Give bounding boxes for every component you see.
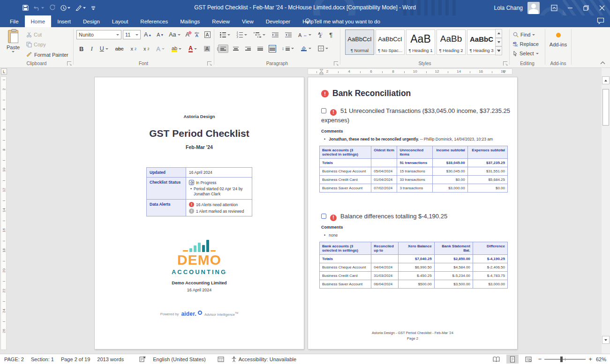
style--heading-2[interactable]: AaBb¶ Heading 2 bbox=[437, 30, 466, 55]
indent-markers-icon[interactable] bbox=[319, 69, 324, 75]
cut-button[interactable]: Cut bbox=[24, 31, 44, 38]
scrollbar-thumb[interactable] bbox=[602, 89, 609, 126]
justify-button[interactable] bbox=[256, 45, 265, 52]
tab-file[interactable]: File bbox=[4, 15, 25, 27]
macro-recording-icon[interactable] bbox=[218, 357, 224, 362]
tab-stop-selector[interactable]: L bbox=[1, 68, 7, 74]
font-color-button[interactable]: A bbox=[187, 44, 199, 53]
copy-button[interactable]: Copy bbox=[24, 41, 48, 48]
styles-gallery-more-icon[interactable] bbox=[495, 46, 502, 55]
status-section[interactable]: Section: 1 bbox=[31, 357, 54, 362]
document-page-1[interactable]: Astoria Design GST Period Checklist Feb-… bbox=[95, 77, 304, 349]
borders-button[interactable] bbox=[316, 45, 330, 52]
ribbon-display-options-icon[interactable] bbox=[546, 0, 562, 15]
tab-view[interactable]: View bbox=[236, 15, 260, 27]
subscript-button[interactable]: x2 bbox=[129, 45, 138, 52]
show-formatting-marks-button[interactable]: ¶ bbox=[327, 30, 334, 39]
tab-home[interactable]: Home bbox=[25, 15, 52, 27]
character-border-button[interactable]: A bbox=[203, 30, 212, 39]
tab-mailings[interactable]: Mailings bbox=[174, 15, 206, 27]
close-icon[interactable] bbox=[594, 0, 610, 15]
italic-button[interactable]: I bbox=[89, 44, 94, 53]
grow-font-button[interactable]: A▲ bbox=[142, 30, 153, 39]
bold-button[interactable]: B bbox=[77, 45, 85, 53]
proofing-errors-icon[interactable] bbox=[139, 356, 146, 362]
tab-developer[interactable]: Developer bbox=[260, 15, 296, 27]
style--normal[interactable]: AaBbCcI¶ Normal bbox=[345, 30, 374, 55]
align-right-button[interactable] bbox=[243, 45, 253, 52]
align-left-button[interactable] bbox=[218, 45, 228, 53]
clear-formatting-button[interactable]: A bbox=[184, 30, 191, 39]
status-page-number[interactable]: PAGE: 2 bbox=[4, 357, 24, 362]
styles-scroll-up-icon[interactable] bbox=[495, 29, 502, 38]
tab-insert[interactable]: Insert bbox=[51, 15, 77, 27]
horizontal-ruler[interactable]: 24681012141618 bbox=[308, 68, 512, 74]
bullets-button[interactable] bbox=[218, 31, 232, 39]
select-button[interactable]: Select bbox=[513, 49, 539, 58]
scroll-down-icon[interactable] bbox=[602, 336, 610, 344]
zoom-slider[interactable]: − + bbox=[538, 356, 592, 363]
numbering-button[interactable]: 123 bbox=[235, 31, 249, 39]
restore-icon[interactable] bbox=[578, 0, 594, 15]
zoom-level[interactable]: 62% bbox=[596, 357, 606, 362]
scroll-up-icon[interactable] bbox=[602, 76, 610, 84]
tab-references[interactable]: References bbox=[134, 15, 174, 27]
line-spacing-button[interactable]: ↕ bbox=[280, 45, 296, 52]
comments-icon[interactable] bbox=[597, 17, 604, 24]
tab-design[interactable]: Design bbox=[77, 15, 106, 27]
item-checkbox[interactable] bbox=[321, 108, 326, 113]
decrease-indent-button[interactable] bbox=[270, 31, 280, 38]
paragraph-dialog-launcher[interactable] bbox=[334, 61, 338, 66]
replace-button[interactable]: ab⤷ac Replace bbox=[513, 40, 539, 48]
change-case-button[interactable]: Aa bbox=[167, 30, 182, 39]
multilevel-list-button[interactable] bbox=[252, 31, 268, 39]
distribute-button[interactable] bbox=[268, 45, 277, 52]
minimize-icon[interactable] bbox=[562, 0, 578, 15]
zoom-out-icon[interactable]: − bbox=[538, 356, 542, 363]
styles-scroll-down-icon[interactable] bbox=[495, 38, 502, 47]
paste-button[interactable]: Paste bbox=[4, 29, 23, 64]
sort-button[interactable]: A↓Z bbox=[316, 31, 324, 39]
addins-button[interactable]: Add-ins bbox=[545, 33, 571, 47]
vertical-ruler[interactable]: 2468101214161820222426 bbox=[0, 76, 7, 350]
status-word-count[interactable]: 2013 words bbox=[97, 357, 124, 362]
status-language[interactable]: English (United States) bbox=[153, 357, 206, 362]
status-page-of[interactable]: Page 2 of 19 bbox=[61, 357, 90, 362]
find-button[interactable]: Find bbox=[513, 30, 539, 39]
font-dialog-launcher[interactable] bbox=[207, 61, 211, 66]
accessibility-status[interactable]: Accessibility: Unavailable bbox=[231, 356, 297, 362]
read-mode-button[interactable] bbox=[490, 355, 503, 364]
clipboard-dialog-launcher[interactable] bbox=[67, 61, 71, 66]
underline-button[interactable]: U bbox=[98, 45, 110, 53]
user-avatar[interactable] bbox=[527, 2, 540, 14]
highlight-color-button[interactable]: ab bbox=[170, 45, 183, 53]
style--no-spac-[interactable]: AaBbCcI¶ No Spac... bbox=[376, 30, 405, 55]
tab-layout[interactable]: Layout bbox=[106, 15, 135, 27]
format-painter-button[interactable]: Format Painter bbox=[24, 51, 70, 59]
text-effects-button[interactable]: A bbox=[154, 45, 166, 53]
font-size-combobox[interactable]: 11 bbox=[123, 30, 141, 39]
character-shading-button[interactable]: A bbox=[202, 45, 212, 52]
style--heading-3[interactable]: AaBbC¶ Heading 3 bbox=[467, 30, 496, 55]
collapse-ribbon-icon[interactable] bbox=[600, 61, 605, 65]
shrink-font-button[interactable]: A▼ bbox=[155, 31, 166, 38]
zoom-in-icon[interactable]: + bbox=[588, 356, 592, 363]
tab-review[interactable]: Review bbox=[206, 15, 236, 27]
strikethrough-button[interactable]: abc bbox=[113, 45, 126, 52]
increase-indent-button[interactable] bbox=[283, 31, 294, 38]
document-page-2[interactable]: Bank Reconciliation 51 Unreconciled Tran… bbox=[308, 77, 517, 349]
phonetic-guide-button[interactable]: abcA bbox=[193, 31, 201, 38]
font-name-combobox[interactable]: Nunito bbox=[76, 30, 121, 39]
print-layout-button[interactable] bbox=[506, 355, 519, 364]
tell-me-box[interactable]: Tell me what you want to do bbox=[305, 15, 380, 27]
styles-dialog-launcher[interactable] bbox=[503, 61, 507, 66]
zoom-thumb[interactable] bbox=[560, 357, 563, 362]
item-checkbox[interactable] bbox=[321, 214, 326, 219]
style--heading-1[interactable]: AaB¶ Heading 1 bbox=[406, 30, 435, 55]
asian-layout-button[interactable]: A↔ bbox=[296, 31, 313, 39]
shading-button[interactable] bbox=[299, 45, 313, 52]
user-name[interactable]: Lola Chang bbox=[494, 5, 523, 11]
web-layout-button[interactable] bbox=[522, 355, 535, 364]
vertical-scrollbar[interactable] bbox=[602, 68, 610, 354]
align-center-button[interactable] bbox=[231, 45, 241, 52]
